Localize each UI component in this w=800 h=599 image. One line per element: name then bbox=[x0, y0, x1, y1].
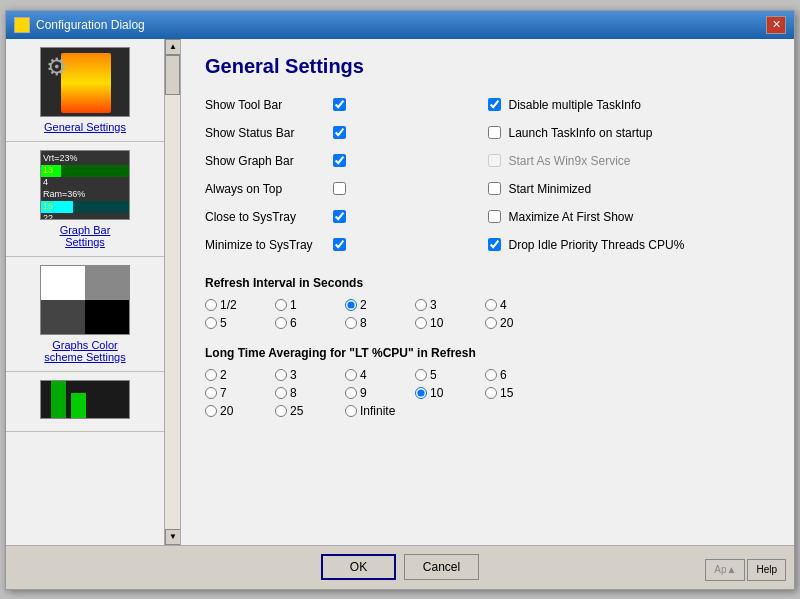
refresh-row-2: 5 6 8 10 20 bbox=[205, 316, 770, 330]
label-start-minimized: Start Minimized bbox=[509, 182, 629, 196]
radio-refresh-8[interactable] bbox=[345, 317, 357, 329]
refresh-row-1: 1/2 1 2 3 4 bbox=[205, 298, 770, 312]
radio-avg-5[interactable] bbox=[415, 369, 427, 381]
label-launch-on-startup: Launch TaskInfo on startup bbox=[509, 126, 653, 140]
sidebar-container: General Settings Vrt=23% 13 4 Ram=36% 15 bbox=[6, 39, 181, 545]
sidebar-item-graph[interactable]: Vrt=23% 13 4 Ram=36% 15 22 Graph Bar Set… bbox=[6, 142, 164, 257]
content-area: General Settings Vrt=23% 13 4 Ram=36% 15 bbox=[6, 39, 794, 545]
cb-maximize-first[interactable] bbox=[488, 210, 501, 223]
radio-label-6: 6 bbox=[290, 316, 297, 330]
radio-avg-9[interactable] bbox=[345, 387, 357, 399]
close-button[interactable]: ✕ bbox=[766, 16, 786, 34]
refresh-radio-1: 1 bbox=[275, 298, 325, 312]
cb-disable-multiple[interactable] bbox=[488, 98, 501, 111]
cb-show-toolbar[interactable] bbox=[333, 98, 346, 111]
row-show-toolbar: Show Tool Bar bbox=[205, 94, 488, 116]
scroll-thumb[interactable] bbox=[165, 55, 180, 95]
sidebar-item-general[interactable]: General Settings bbox=[6, 39, 164, 142]
label-drop-idle: Drop Idle Priority Threads CPU% bbox=[509, 238, 685, 252]
cb-show-graphbar[interactable] bbox=[333, 154, 346, 167]
radio-avg-4[interactable] bbox=[345, 369, 357, 381]
radio-refresh-half[interactable] bbox=[205, 299, 217, 311]
cb-always-on-top[interactable] bbox=[333, 182, 346, 195]
radio-refresh-20[interactable] bbox=[485, 317, 497, 329]
radio-avg-2[interactable] bbox=[205, 369, 217, 381]
bottom-bar: OK Cancel Ap▲ Help bbox=[6, 545, 794, 589]
thumb-more bbox=[40, 380, 130, 419]
radio-refresh-2[interactable] bbox=[345, 299, 357, 311]
row-disable-multiple: Disable multiple TaskInfo bbox=[488, 94, 771, 116]
graph-thumb-art: Vrt=23% 13 4 Ram=36% 15 22 bbox=[41, 151, 129, 219]
cb-drop-idle[interactable] bbox=[488, 238, 501, 251]
cb-show-statusbar[interactable] bbox=[333, 126, 346, 139]
label-minimize-to-systray: Minimize to SysTray bbox=[205, 238, 325, 252]
radio-refresh-5[interactable] bbox=[205, 317, 217, 329]
avg-radio-3: 3 bbox=[275, 368, 325, 382]
help-button[interactable]: Help bbox=[747, 559, 786, 581]
scroll-up-arrow[interactable]: ▲ bbox=[165, 39, 181, 55]
sidebar-item-more[interactable] bbox=[6, 372, 164, 432]
sidebar-label-general[interactable]: General Settings bbox=[44, 121, 126, 133]
label-show-toolbar: Show Tool Bar bbox=[205, 98, 325, 112]
label-show-graphbar: Show Graph Bar bbox=[205, 154, 325, 168]
sidebar-item-color[interactable]: Graphs Color scheme Settings bbox=[6, 257, 164, 372]
radio-refresh-4[interactable] bbox=[485, 299, 497, 311]
radio-avg-infinite[interactable] bbox=[345, 405, 357, 417]
radio-label-1: 1 bbox=[290, 298, 297, 312]
refresh-radio-20: 20 bbox=[485, 316, 535, 330]
radio-avg-10[interactable] bbox=[415, 387, 427, 399]
radio-refresh-6[interactable] bbox=[275, 317, 287, 329]
label-show-statusbar: Show Status Bar bbox=[205, 126, 325, 140]
sidebar-label-graph[interactable]: Graph Bar Settings bbox=[60, 224, 111, 248]
sidebar-label-color[interactable]: Graphs Color scheme Settings bbox=[44, 339, 125, 363]
radio-avg-15[interactable] bbox=[485, 387, 497, 399]
label-disable-multiple: Disable multiple TaskInfo bbox=[509, 98, 642, 112]
cb-launch-on-startup[interactable] bbox=[488, 126, 501, 139]
radio-avg-7[interactable] bbox=[205, 387, 217, 399]
avg-radio-8: 8 bbox=[275, 386, 325, 400]
title-bar-left: Configuration Dialog bbox=[14, 17, 145, 33]
refresh-section-header: Refresh Interval in Seconds bbox=[205, 276, 770, 290]
cb-win9x-service bbox=[488, 154, 501, 167]
window-title: Configuration Dialog bbox=[36, 18, 145, 32]
avg-radio-infinite: Infinite bbox=[345, 404, 395, 418]
row-close-to-systray: Close to SysTray bbox=[205, 206, 488, 228]
row-maximize-first: Maximize At First Show bbox=[488, 206, 771, 228]
cancel-button[interactable]: Cancel bbox=[404, 554, 479, 580]
row-minimize-to-systray: Minimize to SysTray bbox=[205, 234, 488, 256]
radio-refresh-1[interactable] bbox=[275, 299, 287, 311]
radio-avg-8[interactable] bbox=[275, 387, 287, 399]
radio-avg-3[interactable] bbox=[275, 369, 287, 381]
radio-label-10: 10 bbox=[430, 316, 443, 330]
refresh-radio-group: 1/2 1 2 3 4 bbox=[205, 298, 770, 330]
main-panel: General Settings Show Tool Bar Show Stat… bbox=[181, 39, 794, 545]
radio-refresh-3[interactable] bbox=[415, 299, 427, 311]
thumb-graph: Vrt=23% 13 4 Ram=36% 15 22 bbox=[40, 150, 130, 220]
apply-status[interactable]: Ap▲ bbox=[705, 559, 745, 581]
cb-close-to-systray[interactable] bbox=[333, 210, 346, 223]
radio-label-5: 5 bbox=[220, 316, 227, 330]
refresh-radio-5: 5 bbox=[205, 316, 255, 330]
avg-radio-10: 10 bbox=[415, 386, 465, 400]
config-dialog: Configuration Dialog ✕ General Settings bbox=[5, 10, 795, 590]
radio-avg-6[interactable] bbox=[485, 369, 497, 381]
right-options-col: Disable multiple TaskInfo Launch TaskInf… bbox=[488, 94, 771, 256]
refresh-radio-half: 1/2 bbox=[205, 298, 255, 312]
radio-avg-20[interactable] bbox=[205, 405, 217, 417]
settings-grid: Show Tool Bar Show Status Bar Show Graph… bbox=[205, 94, 770, 256]
row-win9x-service: Start As Win9x Service bbox=[488, 150, 771, 172]
averaging-row-2: 7 8 9 10 15 bbox=[205, 386, 770, 400]
radio-refresh-10[interactable] bbox=[415, 317, 427, 329]
row-always-on-top: Always on Top bbox=[205, 178, 488, 200]
ok-button[interactable]: OK bbox=[321, 554, 396, 580]
avg-radio-4: 4 bbox=[345, 368, 395, 382]
scroll-down-arrow[interactable]: ▼ bbox=[165, 529, 181, 545]
radio-avg-25[interactable] bbox=[275, 405, 287, 417]
cb-minimize-to-systray[interactable] bbox=[333, 238, 346, 251]
thumb-color bbox=[40, 265, 130, 335]
cb-start-minimized[interactable] bbox=[488, 182, 501, 195]
refresh-radio-2: 2 bbox=[345, 298, 395, 312]
title-bar: Configuration Dialog ✕ bbox=[6, 11, 794, 39]
sidebar: General Settings Vrt=23% 13 4 Ram=36% 15 bbox=[6, 39, 164, 545]
averaging-row-3: 20 25 Infinite bbox=[205, 404, 770, 418]
